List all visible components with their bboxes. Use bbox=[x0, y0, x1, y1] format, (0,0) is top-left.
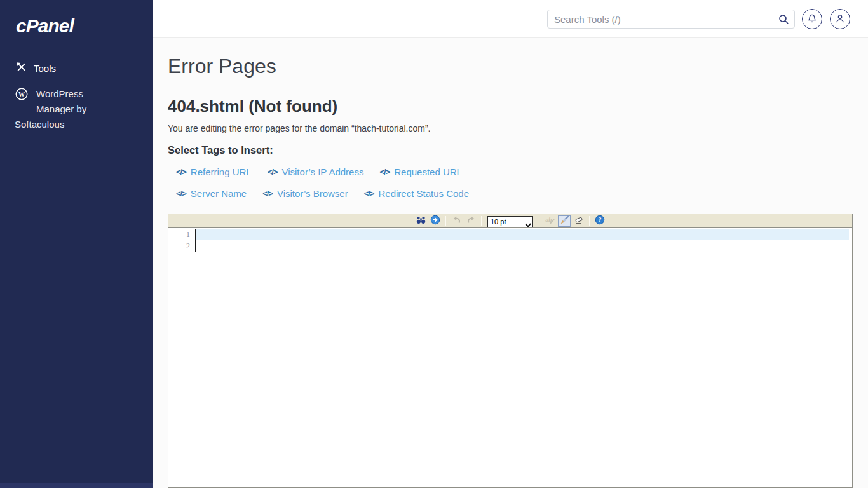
tags-heading: Select Tags to Insert: bbox=[168, 144, 853, 156]
code-icon: </> bbox=[176, 188, 186, 200]
toolbar-separator bbox=[539, 216, 539, 226]
toolbar-separator bbox=[481, 216, 482, 226]
tag-label: Visitor’s Browser bbox=[277, 188, 348, 200]
code-icon: </> bbox=[379, 166, 390, 178]
user-account-button[interactable] bbox=[830, 9, 850, 29]
notifications-button[interactable] bbox=[802, 9, 822, 29]
code-icon: </> bbox=[176, 166, 186, 178]
text-cursor bbox=[195, 229, 196, 252]
app: cPanel Tools bbox=[0, 0, 868, 488]
go-to-line-icon bbox=[430, 215, 440, 227]
sidebar-nav: Tools W WordPress Manager by Softaculous bbox=[0, 61, 153, 132]
tag-visitors-ip-address[interactable]: </> Visitor’s IP Address bbox=[268, 166, 364, 178]
find-button[interactable] bbox=[414, 215, 427, 227]
tag-server-name[interactable]: </> Server Name bbox=[176, 188, 247, 200]
toolbar-separator bbox=[589, 216, 590, 226]
sidebar-item-label-line: Softaculous bbox=[15, 117, 153, 132]
svg-text:W: W bbox=[18, 91, 25, 98]
right-column: Error Pages 404.shtml (Not found) You ar… bbox=[153, 0, 868, 488]
redo-button[interactable] bbox=[465, 215, 477, 227]
code-icon: </> bbox=[364, 188, 374, 200]
tag-label: Visitor’s IP Address bbox=[281, 166, 363, 178]
font-size-select[interactable]: 10 pt bbox=[487, 216, 533, 227]
go-to-line-button[interactable] bbox=[429, 215, 442, 227]
user-icon bbox=[835, 13, 845, 25]
tag-row: </> Server Name </> Visitor’s Browser </… bbox=[176, 188, 853, 200]
sidebar-item-label-line: WordPress bbox=[36, 86, 153, 102]
active-line-highlight bbox=[196, 229, 849, 240]
sidebar-item-label: Tools bbox=[34, 63, 56, 74]
tag-label: Requested URL bbox=[394, 166, 462, 178]
line-number-gutter: 1 2 bbox=[168, 229, 193, 252]
line-number: 2 bbox=[168, 240, 193, 252]
tag-visitors-browser[interactable]: </> Visitor’s Browser bbox=[262, 188, 348, 200]
help-icon: ? bbox=[595, 215, 605, 227]
code-editor: 10 pt ab bbox=[168, 214, 853, 488]
error-page-heading: 404.shtml (Not found) bbox=[168, 95, 853, 117]
sidebar: cPanel Tools bbox=[0, 0, 153, 488]
tag-referring-url[interactable]: </> Referring URL bbox=[176, 166, 252, 178]
paintbrush-icon bbox=[560, 215, 569, 227]
tools-icon bbox=[16, 62, 27, 74]
sidebar-bottom-strip bbox=[0, 483, 153, 488]
spellcheck-button[interactable]: ab bbox=[543, 215, 556, 227]
search-icon bbox=[778, 14, 789, 27]
insert-tags: </> Referring URL </> Visitor’s IP Addre… bbox=[168, 166, 853, 200]
help-button[interactable]: ? bbox=[593, 215, 606, 227]
tag-label: Referring URL bbox=[191, 166, 252, 178]
code-icon: </> bbox=[268, 166, 278, 178]
wordpress-icon: W bbox=[15, 88, 28, 105]
cpanel-logo: cPanel bbox=[16, 15, 153, 37]
bell-icon bbox=[807, 13, 817, 25]
svg-text:ab: ab bbox=[545, 216, 552, 222]
editor-toolbar: 10 pt ab bbox=[168, 214, 853, 228]
tag-row: </> Referring URL </> Visitor’s IP Addre… bbox=[176, 166, 853, 178]
undo-button[interactable] bbox=[450, 215, 463, 227]
code-editor-textarea[interactable]: 1 2 bbox=[168, 228, 853, 488]
tag-redirect-status-code[interactable]: </> Redirect Status Code bbox=[364, 188, 469, 200]
sidebar-item-tools[interactable]: Tools bbox=[0, 61, 153, 75]
undo-icon bbox=[452, 215, 461, 227]
search-input[interactable] bbox=[548, 10, 794, 28]
redo-icon bbox=[466, 215, 476, 227]
highlight-toggle-button[interactable] bbox=[558, 215, 571, 227]
main-content: Error Pages 404.shtml (Not found) You ar… bbox=[153, 38, 868, 488]
top-header bbox=[153, 0, 868, 38]
font-size-select-wrap: 10 pt bbox=[487, 215, 533, 227]
code-icon: </> bbox=[262, 188, 273, 200]
search-box bbox=[547, 10, 795, 29]
line-number: 1 bbox=[168, 229, 193, 240]
toolbar-separator bbox=[445, 216, 446, 226]
tag-label: Redirect Status Code bbox=[378, 188, 469, 200]
sidebar-item-label-line: Manager by bbox=[36, 102, 153, 117]
spellcheck-icon: ab bbox=[545, 215, 555, 227]
sidebar-item-wordpress-manager[interactable]: W WordPress Manager by Softaculous bbox=[0, 86, 153, 132]
eraser-icon bbox=[574, 215, 584, 227]
reset-highlight-button[interactable] bbox=[573, 215, 585, 227]
page-title: Error Pages bbox=[168, 53, 853, 79]
find-icon bbox=[416, 215, 426, 227]
svg-text:?: ? bbox=[599, 217, 602, 223]
editing-domain-description: You are editing the error pages for the … bbox=[168, 123, 853, 135]
tag-requested-url[interactable]: </> Requested URL bbox=[379, 166, 462, 178]
tag-label: Server Name bbox=[191, 188, 247, 200]
